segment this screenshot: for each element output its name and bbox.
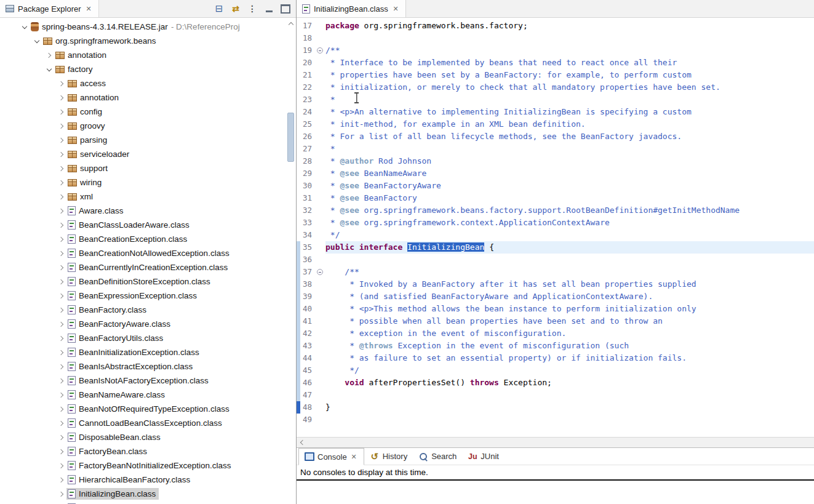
fold-collapse-icon[interactable] — [317, 47, 323, 54]
code-line-49[interactable]: 49 — [297, 414, 814, 426]
chevron-right-icon[interactable] — [57, 390, 66, 400]
tab-search[interactable]: Search — [413, 448, 462, 465]
code-line-29[interactable]: 29 * @see BeanNameAware — [297, 167, 814, 180]
scrollbar-thumb[interactable] — [287, 113, 294, 162]
tree-item-config[interactable]: config — [0, 105, 296, 119]
code-line-35[interactable]: 35public interface InitializingBean { — [297, 241, 814, 254]
chevron-right-icon[interactable] — [57, 206, 66, 216]
scroll-left-icon[interactable] — [297, 438, 306, 447]
code-line-23[interactable]: 23 * — [297, 94, 814, 106]
tree-item-hierarchicalbeanfactory-class[interactable]: HierarchicalBeanFactory.class — [0, 473, 296, 487]
tree-item-beanisnotafactoryexception-class[interactable]: BeanIsNotAFactoryException.class — [0, 374, 296, 388]
tree-item-beanclassloaderaware-class[interactable]: BeanClassLoaderAware.class — [0, 218, 296, 232]
chevron-right-icon[interactable] — [57, 348, 66, 358]
tree-item-wiring[interactable]: wiring — [0, 175, 296, 190]
tree-item-annotation[interactable]: annotation — [0, 48, 296, 62]
code-line-27[interactable]: 27 * — [297, 143, 814, 155]
tree-item-beanexpressionexception-class[interactable]: BeanExpressionException.class — [0, 289, 296, 303]
code-line-31[interactable]: 31 * @see BeanFactory — [297, 192, 814, 204]
collapse-all-icon[interactable] — [213, 3, 225, 14]
code-line-20[interactable]: 20 * Interface to be implemented by bean… — [297, 57, 814, 69]
chevron-down-icon[interactable] — [32, 36, 42, 46]
tree-item-annotation[interactable]: annotation — [0, 90, 296, 105]
code-line-25[interactable]: 25 * init-method, for example in an XML … — [297, 118, 814, 130]
tree-item-factorybean-class[interactable]: FactoryBean.class — [0, 444, 296, 458]
tab-initializingbean-class[interactable]: InitializingBean.class ✕ — [297, 0, 406, 17]
code-line-28[interactable]: 28 * @author Rod Johnson — [297, 155, 814, 167]
tree-item-beannameaware-class[interactable]: BeanNameAware.class — [0, 388, 296, 402]
chevron-right-icon[interactable] — [57, 319, 66, 329]
code-line-39[interactable]: 39 * (and satisfied BeanFactoryAware and… — [297, 290, 814, 303]
tree-item-serviceloader[interactable]: serviceloader — [0, 147, 296, 161]
code-line-21[interactable]: 21 * properties have been set by a BeanF… — [297, 69, 814, 81]
code-line-22[interactable]: 22 * initialization, or merely to check … — [297, 81, 814, 94]
chevron-right-icon[interactable] — [57, 249, 66, 258]
code-line-18[interactable]: 18 — [297, 32, 814, 44]
chevron-right-icon[interactable] — [57, 376, 66, 386]
tree-item-xml[interactable]: xml — [0, 190, 296, 204]
chevron-right-icon[interactable] — [57, 150, 66, 159]
chevron-right-icon[interactable] — [57, 433, 66, 442]
chevron-right-icon[interactable] — [57, 121, 66, 131]
chevron-right-icon[interactable] — [57, 475, 66, 485]
code-line-41[interactable]: 41 * possible when all bean properties h… — [297, 315, 814, 327]
tree-item-partial[interactable] — [0, 501, 296, 504]
chevron-right-icon[interactable] — [57, 107, 66, 117]
tree-item-groovy[interactable]: groovy — [0, 119, 296, 133]
chevron-right-icon[interactable] — [57, 305, 66, 315]
code-line-36[interactable]: 36 — [297, 254, 814, 266]
chevron-right-icon[interactable] — [57, 334, 66, 343]
tab-history[interactable]: History — [364, 448, 413, 465]
chevron-right-icon[interactable] — [57, 164, 66, 174]
code-line-47[interactable]: 47 — [297, 389, 814, 401]
chevron-right-icon[interactable] — [57, 404, 66, 414]
code-area[interactable]: 17package org.springframework.beans.fact… — [297, 18, 814, 426]
code-line-26[interactable]: 26 * For a list of all bean lifecycle me… — [297, 130, 814, 143]
chevron-down-icon[interactable] — [20, 22, 30, 32]
scroll-up-icon[interactable] — [286, 19, 295, 28]
tab-junit[interactable]: JUnit — [462, 448, 505, 465]
code-line-44[interactable]: 44 * as failure to set an essential prop… — [297, 352, 814, 364]
tree-item-parsing[interactable]: parsing — [0, 133, 296, 147]
tab-console[interactable]: Console✕ — [298, 448, 364, 465]
view-menu-icon[interactable] — [247, 3, 258, 14]
chevron-right-icon[interactable] — [57, 178, 66, 188]
editor-horizontal-scrollbar[interactable] — [297, 437, 814, 447]
chevron-right-icon[interactable] — [57, 263, 66, 273]
code-line-40[interactable]: 40 * <p>This method allows the bean inst… — [297, 303, 814, 315]
tree-item-beanfactory-class[interactable]: BeanFactory.class — [0, 303, 296, 317]
code-line-45[interactable]: 45 */ — [297, 364, 814, 377]
tree-item-initializingbean-class[interactable]: InitializingBean.class — [0, 487, 296, 501]
chevron-right-icon[interactable] — [57, 489, 66, 499]
close-icon[interactable]: ✕ — [85, 5, 93, 13]
tree-item-factorybeannotinitializedexception-class[interactable]: FactoryBeanNotInitializedException.class — [0, 458, 296, 473]
code-line-43[interactable]: 43 * @throws Exception in the event of m… — [297, 340, 814, 352]
tree-item-beanfactoryaware-class[interactable]: BeanFactoryAware.class — [0, 317, 296, 331]
tree-item-support[interactable]: support — [0, 161, 296, 175]
chevron-right-icon[interactable] — [57, 362, 66, 372]
code-line-42[interactable]: 42 * exception in the event of misconfig… — [297, 327, 814, 340]
chevron-right-icon[interactable] — [57, 79, 66, 89]
chevron-down-icon[interactable] — [44, 65, 54, 74]
tree-item-beanisabstractexception-class[interactable]: BeanIsAbstractException.class — [0, 359, 296, 374]
tree-item-spring-beans-4-3-14-release-jar[interactable]: spring-beans-4.3.14.RELEASE.jar - D:\Ref… — [0, 20, 296, 34]
code-line-24[interactable]: 24 * <p>An alternative to implementing I… — [297, 106, 814, 118]
code-line-30[interactable]: 30 * @see BeanFactoryAware — [297, 180, 814, 192]
code-line-46[interactable]: 46 void afterPropertiesSet() throws Exce… — [297, 377, 814, 389]
tree-item-beaninitializationexception-class[interactable]: BeanInitializationException.class — [0, 345, 296, 359]
chevron-right-icon[interactable] — [57, 461, 66, 471]
fold-collapse-icon[interactable] — [317, 269, 323, 275]
tree-vertical-scrollbar[interactable] — [286, 19, 295, 504]
tree-item-beannotofrequiredtypeexception-class[interactable]: BeanNotOfRequiredTypeException.class — [0, 402, 296, 416]
chevron-right-icon[interactable] — [44, 50, 54, 60]
tree-item-cannotloadbeanclassexception-class[interactable]: CannotLoadBeanClassException.class — [0, 416, 296, 430]
chevron-right-icon[interactable] — [57, 135, 66, 145]
tree-item-beancurrentlyincreationexception-class[interactable]: BeanCurrentlyInCreationException.class — [0, 260, 296, 274]
tree-item-beancreationnotallowedexception-class[interactable]: BeanCreationNotAllowedException.class — [0, 246, 296, 260]
code-line-17[interactable]: 17package org.springframework.beans.fact… — [297, 20, 814, 32]
chevron-right-icon[interactable] — [57, 192, 66, 202]
maximize-icon[interactable] — [280, 3, 291, 14]
tree-item-beancreationexception-class[interactable]: BeanCreationException.class — [0, 232, 296, 246]
code-line-32[interactable]: 32 * @see org.springframework.beans.fact… — [297, 204, 814, 217]
tree-item-beanfactoryutils-class[interactable]: BeanFactoryUtils.class — [0, 331, 296, 345]
